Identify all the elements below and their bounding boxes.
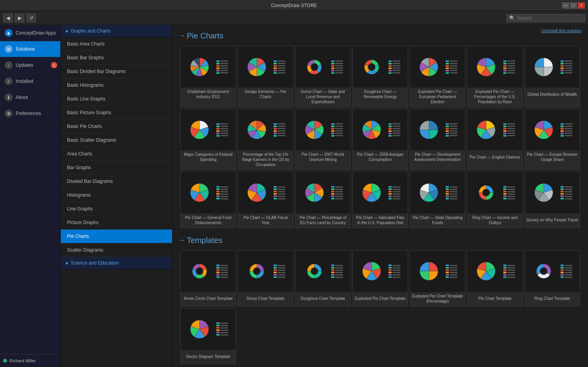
back-button[interactable]: ◀	[3, 14, 13, 22]
chart-card[interactable]: Pie Chart — OLAB Fiscal Year	[238, 172, 293, 228]
nav-item-basic-picture-graphs[interactable]: Basic Picture Graphs	[61, 106, 172, 120]
maximize-button[interactable]: □	[570, 2, 577, 9]
search-icon: 🔍	[509, 15, 515, 21]
sidebar-label-apps: ConceptDraw Apps	[16, 30, 56, 36]
nav-item-scatter-diagrams[interactable]: Scatter Diagrams	[61, 243, 172, 257]
chart-card[interactable]: Pie Chart — Development Assessment Deter…	[410, 109, 465, 170]
chart-card[interactable]: Arrow Circle Chart Template	[180, 250, 236, 307]
nav-item-bar-graphs[interactable]: Bar Graphs	[61, 161, 172, 175]
chart-card-label: Pie Chart — General Fund Disbursements	[181, 214, 236, 228]
nav-panel: ● Graphs and Charts Basic Area Charts Ba…	[61, 25, 172, 367]
chart-card-label: Donut Chart — State and Local Revenue an…	[296, 88, 350, 107]
app-title: ConceptDraw STORE	[271, 3, 317, 8]
nav-item-pie-charts[interactable]: Pie Charts	[61, 230, 172, 243]
collapse-templates[interactable]: −	[180, 236, 185, 245]
chart-card[interactable]: Pie Chart — 2007 World Uranium Mining	[295, 109, 351, 170]
sidebar: ◆ ConceptDraw Apps ⊞ Solutions ↑ Updates…	[0, 25, 61, 367]
sidebar-label-updates: Updates	[16, 62, 33, 68]
nav-item-basic-pie-charts[interactable]: Basic Pie Charts	[61, 120, 172, 133]
chart-card[interactable]: Pie Chart — Europe Browser Usage Share	[524, 109, 580, 170]
chart-card[interactable]: Pie Chart — General Fund Disbursements	[180, 172, 236, 228]
content-area: Uninstall this solution − Pie Charts Cha…	[172, 25, 588, 367]
chart-thumbnail	[181, 46, 236, 88]
chart-card-label: Exploded Pie Chart Template	[353, 292, 408, 306]
chart-card[interactable]: Design Elements — Pie Charts	[238, 46, 293, 107]
chart-card[interactable]: Ring Chart — Income and Outbys	[467, 172, 523, 228]
sidebar-item-solutions[interactable]: ⊞ Solutions	[0, 41, 60, 57]
chart-thumbnail	[353, 109, 408, 150]
minimize-button[interactable]: —	[562, 2, 569, 9]
nav-item-basic-line-graphs[interactable]: Basic Line Graphs	[61, 92, 172, 106]
chart-card[interactable]: Sector Diagram Template	[180, 308, 236, 364]
nav-item-basic-bar-graphs[interactable]: Basic Bar Graphs	[61, 51, 172, 65]
sidebar-item-about[interactable]: ℹ About	[0, 89, 60, 106]
user-name: Richard Miller	[9, 358, 36, 363]
solutions-icon: ⊞	[5, 45, 13, 53]
sidebar-item-preferences[interactable]: ⚙ Preferences	[0, 106, 60, 122]
chart-thumbnail	[525, 172, 580, 213]
chart-card-label: Pie Chart — Development Assessment Deter…	[410, 150, 465, 164]
nav-item-histograms[interactable]: Histograms	[61, 188, 172, 202]
chart-card[interactable]: Pie Chart — Saturated Fats in the U.S. P…	[352, 172, 408, 228]
sidebar-item-installed[interactable]: ✓ Installed	[0, 73, 60, 89]
chart-card-label: Major Categories of Federal Spending	[181, 150, 236, 164]
chart-thumbnail	[238, 172, 293, 213]
nav-section-graphs-icon: ●	[65, 28, 68, 34]
nav-section-graphs-charts[interactable]: ● Graphs and Charts	[61, 25, 172, 37]
chart-card[interactable]: Donut Chart — State and Local Revenue an…	[295, 46, 351, 107]
chart-thumbnail	[181, 172, 236, 213]
chart-card-label: Survey on Why People Travel	[525, 214, 580, 228]
forward-button[interactable]: ▶	[15, 14, 24, 22]
chart-card[interactable]: Pie Chart — State Operating Funds	[410, 172, 465, 228]
chart-card[interactable]: Exploded Pie Chart Template (Percentage)	[410, 250, 465, 307]
refresh-button[interactable]: ↺	[27, 14, 36, 22]
chart-card-label: Chattsham Employment Industry 2011	[181, 88, 236, 102]
nav-item-divided-bar[interactable]: Divided Bar Diagrams	[61, 175, 172, 188]
nav-item-basic-divided-bar[interactable]: Basic Divided Bar Diagrams	[61, 65, 172, 79]
chart-card[interactable]: Pie Chart Template	[467, 250, 523, 307]
chart-card[interactable]: Doughnut Chart — Renewable Energy	[352, 46, 408, 107]
nav-item-basic-scatter[interactable]: Basic Scatter Diagrams	[61, 133, 172, 147]
templates-title: Templates	[187, 236, 223, 245]
chart-card[interactable]: Exploded Pie Chart — European Parliament…	[410, 46, 465, 107]
chart-card[interactable]: Doughnut Chart Template	[295, 250, 351, 307]
chart-card-label: Exploded Pie Chart Template (Percentage)	[410, 292, 465, 306]
chart-thumbnail	[467, 251, 522, 292]
chart-card[interactable]: Percentage of the Top 1% Wage Earners in…	[238, 109, 293, 170]
nav-section-graphs-label: Graphs and Charts	[71, 28, 110, 34]
nav-section-science-icon: ●	[65, 260, 68, 266]
chart-card[interactable]: Survey on Why People Travel	[524, 172, 580, 228]
sidebar-item-apps[interactable]: ◆ ConceptDraw Apps	[0, 25, 60, 41]
nav-section-science-label: Science and Education	[71, 260, 119, 266]
chart-card-label: Ring Chart — Income and Outbys	[467, 214, 522, 228]
chart-card[interactable]: Exploded Pie Chart — Percentages of the …	[467, 46, 523, 107]
nav-section-science[interactable]: ● Science and Education	[61, 257, 172, 269]
chart-card[interactable]: Pie Chart — Percentage of EU Farm Land b…	[295, 172, 351, 228]
chart-card[interactable]: Exploded Pie Chart Template	[352, 250, 408, 307]
chart-card[interactable]: Global Distribution of Wealth	[524, 46, 580, 107]
nav-item-basic-area-charts[interactable]: Basic Area Charts	[61, 37, 172, 51]
nav-item-basic-histograms[interactable]: Basic Histograms	[61, 79, 172, 92]
sidebar-item-updates[interactable]: ↑ Updates 1	[0, 57, 60, 73]
chart-thumbnail	[296, 172, 350, 213]
chart-card[interactable]: Pie Chart — English Dialects	[467, 109, 523, 170]
chart-thumbnail	[296, 109, 350, 150]
search-input[interactable]	[517, 15, 582, 21]
nav-item-picture-graphs[interactable]: Picture Graphs	[61, 216, 172, 230]
collapse-pie-charts[interactable]: −	[180, 32, 185, 40]
chart-thumbnail	[467, 172, 522, 213]
chart-thumbnail	[181, 109, 236, 150]
templates-grid: Arrow Circle Chart TemplateDonut Chart T…	[180, 250, 580, 364]
chart-card[interactable]: Donut Chart Template	[238, 250, 293, 307]
chart-card[interactable]: Pie Chart — 2008 Autogas Consumption	[352, 109, 408, 170]
close-button[interactable]: ✕	[578, 2, 585, 9]
chart-card[interactable]: Chattsham Employment Industry 2011	[180, 46, 236, 107]
chart-card[interactable]: Major Categories of Federal Spending	[180, 109, 236, 170]
chart-card[interactable]: Ring Chart Template	[524, 250, 580, 307]
uninstall-link[interactable]: Uninstall this solution	[541, 28, 582, 33]
user-status-dot	[3, 359, 7, 363]
nav-item-line-graphs[interactable]: Line Graphs	[61, 202, 172, 216]
nav-item-area-charts[interactable]: Area Charts	[61, 147, 172, 161]
chart-thumbnail	[410, 251, 465, 292]
pie-charts-grid: Chattsham Employment Industry 2011Design…	[180, 46, 580, 228]
